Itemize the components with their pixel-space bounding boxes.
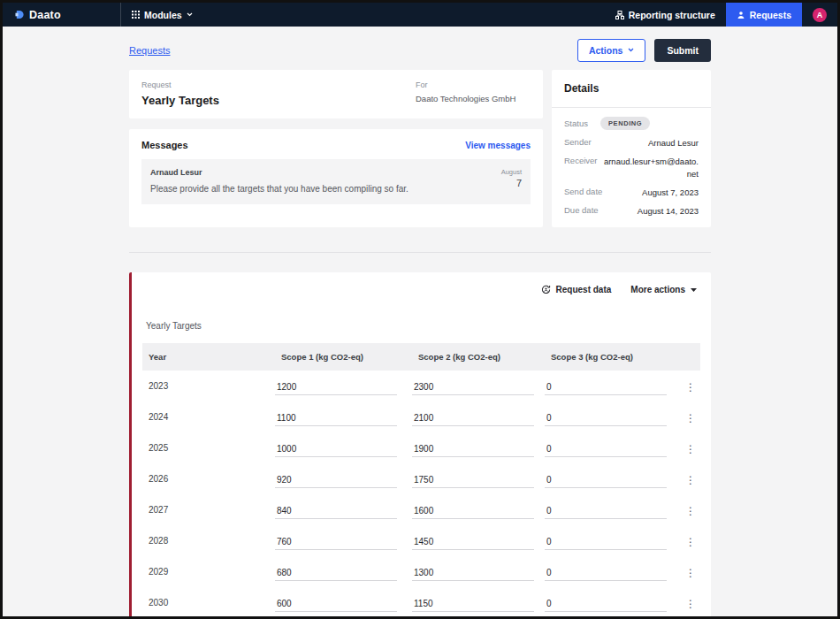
message-date-day: 7 [501, 178, 522, 188]
message-item[interactable]: Arnaud Lesur Please provide all the targ… [141, 159, 531, 204]
submit-button[interactable]: Submit [654, 39, 711, 62]
scope3-input[interactable] [545, 410, 667, 426]
scope1-input[interactable] [275, 596, 397, 612]
scope1-cell [275, 532, 412, 550]
scope2-cell [412, 532, 545, 550]
send-date-value: August 7, 2023 [642, 187, 699, 198]
year-cell: 2023 [142, 381, 275, 391]
reporting-structure-label: Reporting structure [629, 10, 715, 20]
head-actions: Actions Submit [577, 39, 711, 62]
row-menu-icon[interactable]: ⋮ [682, 379, 699, 395]
scope3-cell [545, 378, 682, 395]
scope1-cell [275, 470, 412, 488]
scope1-input[interactable] [275, 472, 397, 488]
for-value: Daato Technologies GmbH [416, 94, 531, 104]
sender-value: Arnaud Lesur [648, 137, 699, 149]
year-cell: 2025 [142, 443, 275, 453]
scope1-input[interactable] [275, 503, 397, 519]
scope1-input[interactable] [275, 410, 397, 426]
message-date: August 7 [501, 168, 522, 194]
scope1-input[interactable] [275, 565, 397, 581]
scope1-cell [275, 409, 412, 426]
targets-table-header: Year Scope 1 (kg CO2-eq) Scope 2 (kg CO2… [142, 343, 700, 371]
scope2-input[interactable] [412, 534, 534, 550]
row-menu-icon[interactable]: ⋮ [682, 534, 699, 550]
row-menu-cell: ⋮ [682, 502, 706, 518]
top-navbar: Daato Modules Reporting structure [3, 3, 837, 27]
request-data-button[interactable]: Request data [541, 285, 612, 294]
message-sender: Arnaud Lesur [150, 168, 409, 177]
scope2-input[interactable] [412, 441, 534, 457]
request-data-icon [541, 285, 551, 294]
row-menu-icon[interactable]: ⋮ [682, 472, 699, 488]
scope3-input[interactable] [545, 534, 667, 550]
receiver-label: Receiver [564, 156, 598, 165]
summary-grid: Request Yearly Targets For Daato Technol… [129, 70, 711, 227]
send-date-label: Send date [564, 187, 602, 196]
year-cell: 2027 [142, 505, 275, 515]
reporting-structure-link[interactable]: Reporting structure [605, 3, 726, 27]
section-divider [129, 252, 711, 253]
scope2-cell [412, 563, 545, 581]
table-row: 2027 ⋮ [142, 494, 700, 525]
daato-logo-icon [15, 10, 25, 19]
caret-down-icon [691, 288, 697, 292]
request-data-label: Request data [556, 285, 612, 294]
actions-button[interactable]: Actions [577, 39, 646, 62]
row-menu-cell: ⋮ [682, 471, 706, 487]
scope3-input[interactable] [545, 441, 667, 457]
scope2-input[interactable] [412, 379, 534, 395]
scope3-input[interactable] [545, 472, 667, 488]
table-title: Yearly Targets [146, 321, 700, 331]
message-date-month: August [501, 168, 522, 176]
row-menu-cell: ⋮ [682, 409, 706, 425]
scope2-cell [412, 409, 545, 426]
status-badge: PENDING [600, 117, 650, 130]
due-date-value: August 14, 2023 [638, 205, 699, 217]
row-menu-icon[interactable]: ⋮ [682, 410, 699, 426]
scope3-cell [545, 439, 682, 457]
requests-nav-button[interactable]: Requests [726, 3, 802, 27]
scope3-cell [545, 532, 682, 550]
scope3-input[interactable] [545, 503, 667, 519]
request-label: Request [141, 80, 219, 89]
scope1-input[interactable] [275, 379, 397, 395]
scope2-cell [412, 378, 545, 395]
scope2-input[interactable] [412, 596, 534, 612]
detail-row-status: Status PENDING [564, 117, 699, 130]
details-title: Details [564, 82, 699, 95]
modules-label: Modules [144, 10, 182, 20]
scope1-input[interactable] [275, 534, 397, 550]
row-menu-icon[interactable]: ⋮ [682, 596, 699, 612]
scope2-input[interactable] [412, 565, 534, 581]
scope3-cell [545, 470, 682, 488]
table-row: 2029 ⋮ [142, 556, 700, 587]
row-menu-cell: ⋮ [682, 378, 706, 394]
scope2-input[interactable] [412, 410, 534, 426]
scope1-input[interactable] [275, 441, 397, 457]
scope3-input[interactable] [545, 379, 667, 395]
scope2-input[interactable] [412, 472, 534, 488]
messages-title: Messages [141, 140, 188, 150]
row-menu-icon[interactable]: ⋮ [682, 441, 699, 457]
scope3-input[interactable] [545, 596, 667, 612]
breadcrumb-requests-link[interactable]: Requests [129, 45, 170, 56]
scope1-cell [275, 501, 412, 519]
messages-head: Messages View messages [141, 140, 531, 150]
row-menu-icon[interactable]: ⋮ [682, 503, 699, 519]
row-menu-icon[interactable]: ⋮ [682, 565, 699, 581]
scope3-input[interactable] [545, 565, 667, 581]
scope1-cell [275, 439, 412, 457]
avatar[interactable]: A [813, 8, 827, 22]
modules-menu[interactable]: Modules [121, 3, 203, 27]
messages-card: Messages View messages Arnaud Lesur Plea… [129, 129, 543, 227]
scope3-cell [545, 563, 682, 581]
scope3-cell [545, 501, 682, 519]
chevron-down-icon [187, 12, 193, 17]
view-messages-link[interactable]: View messages [465, 141, 531, 150]
scope2-input[interactable] [412, 503, 534, 519]
daato-logo[interactable]: Daato [3, 3, 120, 27]
message-main: Arnaud Lesur Please provide all the targ… [150, 168, 409, 194]
more-actions-button[interactable]: More actions [630, 285, 697, 294]
scope2-cell [412, 501, 545, 519]
